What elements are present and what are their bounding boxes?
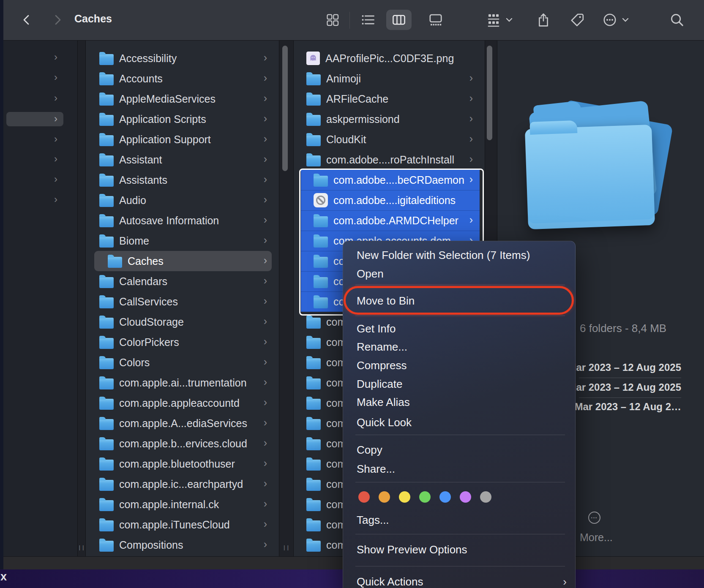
sidebar-expand-chevron[interactable] (52, 153, 60, 165)
icon-view-button[interactable] (325, 10, 340, 30)
tag-color-blue[interactable] (439, 491, 451, 503)
menu-item-quick-look[interactable]: Quick Look (357, 413, 565, 432)
folder-icon (306, 480, 321, 491)
chevron-right-icon (264, 173, 267, 185)
folder-icon (99, 277, 114, 288)
list-item[interactable]: AppleMediaServices (86, 89, 279, 109)
list-item[interactable]: Assistants (86, 170, 279, 190)
list-item[interactable]: AAProfilePic...C0DF3E.png (294, 48, 485, 68)
list-view-button[interactable] (361, 10, 375, 30)
list-item[interactable]: com.apple.iTunesCloud (86, 514, 279, 535)
sidebar-expand-chevron[interactable] (52, 193, 60, 205)
list-item[interactable]: Application Scripts (86, 109, 279, 129)
column-divider[interactable]: | | (77, 41, 86, 556)
menu-item-new-folder-with-selection[interactable]: New Folder with Selection (7 Items) (357, 246, 565, 264)
tag-button[interactable] (570, 10, 585, 30)
menu-item-share[interactable]: Share... (357, 460, 565, 478)
list-item[interactable]: com.adobe....roPatchInstall (294, 150, 485, 170)
more-link[interactable]: More... (580, 531, 613, 544)
column-resize-grip[interactable]: | | (78, 544, 85, 550)
menu-item-open[interactable]: Open (357, 264, 565, 283)
list-item[interactable]: com.apple.ai...trumentation (86, 373, 279, 393)
list-item[interactable]: com.apple.ic...earchpartyd (86, 474, 279, 494)
folder-icon (314, 237, 328, 248)
folder-icon (306, 500, 321, 511)
forward-button[interactable] (50, 10, 64, 30)
list-item[interactable]: Audio (86, 190, 279, 210)
list-item-selected[interactable]: com.adobe....igitaleditions (301, 190, 480, 210)
list-item[interactable]: com.apple.bluetoothuser (86, 454, 279, 474)
scrollbar-thumb[interactable] (282, 46, 288, 171)
column-resize-grip[interactable]: | | (279, 544, 293, 550)
menu-item-make-alias[interactable]: Make Alias (357, 393, 565, 411)
list-item[interactable]: Autosave Information (86, 210, 279, 231)
list-item[interactable]: CallServices (86, 291, 279, 312)
menu-item-quick-actions[interactable]: Quick Actions (357, 572, 565, 588)
list-item[interactable]: com.apple.b...ervices.cloud (86, 433, 279, 454)
menu-item-compress[interactable]: Compress (357, 356, 565, 375)
menu-separator (355, 566, 565, 566)
menu-item-get-info[interactable]: Get Info (357, 319, 565, 338)
sidebar-expand-chevron[interactable] (52, 113, 60, 125)
tag-color-red[interactable] (358, 491, 370, 503)
list-item[interactable]: Animoji (294, 68, 485, 89)
sidebar-expand-chevron[interactable] (52, 51, 60, 63)
list-item[interactable]: com.apple.appleaccountd (86, 393, 279, 413)
list-item[interactable]: ColorPickers (86, 332, 279, 352)
back-button[interactable] (20, 10, 34, 30)
sidebar-expand-chevron[interactable] (52, 133, 60, 145)
group-button[interactable] (486, 10, 513, 30)
desktop-label: x (0, 570, 7, 583)
more-ellipsis-icon[interactable]: ••• (588, 512, 600, 524)
menu-item-copy[interactable]: Copy (357, 441, 565, 459)
menu-item-show-preview-options[interactable]: Show Preview Options (357, 540, 565, 559)
list-item[interactable]: Biome (86, 231, 279, 251)
chevron-right-icon (469, 72, 473, 84)
desktop-edge (0, 0, 3, 588)
search-button[interactable] (669, 10, 685, 30)
list-item[interactable]: Application Support (86, 129, 279, 150)
column-view-icon[interactable] (392, 10, 406, 30)
list-item[interactable]: Accessibility (86, 48, 279, 68)
list-item[interactable]: askpermissiond (294, 109, 485, 129)
gallery-view-button[interactable] (428, 10, 443, 30)
list-item[interactable]: Colors (86, 352, 279, 373)
menu-item-duplicate[interactable]: Duplicate (357, 375, 565, 393)
tag-color-gray[interactable] (480, 491, 491, 503)
chevron-right-icon (264, 112, 267, 125)
list-item-selected[interactable]: com.adobe....beCRDaemon (301, 170, 480, 190)
menu-item-rename[interactable]: Rename... (357, 338, 565, 356)
list-item[interactable]: Accounts (86, 68, 279, 89)
scrollbar-thumb[interactable] (487, 46, 492, 140)
list-item[interactable]: CloudKit (294, 129, 485, 150)
list-item[interactable]: Calendars (86, 271, 279, 291)
list-item[interactable]: ARFileCache (294, 89, 485, 109)
tag-color-orange[interactable] (379, 491, 390, 503)
sidebar-expand-chevron[interactable] (52, 71, 60, 83)
list-item[interactable]: com.apple.internal.ck (86, 494, 279, 514)
share-button[interactable] (536, 10, 551, 30)
sidebar-expand-chevron[interactable] (52, 92, 60, 104)
list-item-selected[interactable]: com.adobe.ARMDCHelper (301, 210, 480, 231)
folder-icon (306, 338, 321, 349)
menu-item-tags[interactable]: Tags... (357, 511, 565, 529)
folder-icon (314, 216, 328, 227)
more-options-button[interactable] (602, 10, 630, 30)
folder-stack-icon (525, 125, 655, 229)
list-item[interactable]: Assistant (86, 150, 279, 170)
tag-color-yellow[interactable] (399, 491, 410, 503)
folder-icon (314, 257, 328, 268)
list-item[interactable]: CloudStorage (86, 312, 279, 332)
sidebar-expand-chevron[interactable] (52, 173, 60, 185)
list-item[interactable]: Compositions (86, 535, 279, 555)
chevron-right-icon (469, 92, 473, 104)
list-item-caches-selected[interactable]: Caches (94, 251, 272, 271)
tag-color-purple[interactable] (460, 491, 471, 503)
menu-item-move-to-bin[interactable]: Move to Bin (357, 291, 565, 310)
folder-icon (99, 419, 114, 430)
tag-color-green[interactable] (419, 491, 431, 503)
folder-icon (99, 237, 114, 248)
list-item[interactable]: com.apple.A...ediaServices (86, 413, 279, 433)
folder-icon (306, 358, 321, 369)
chevron-right-icon (469, 173, 473, 185)
